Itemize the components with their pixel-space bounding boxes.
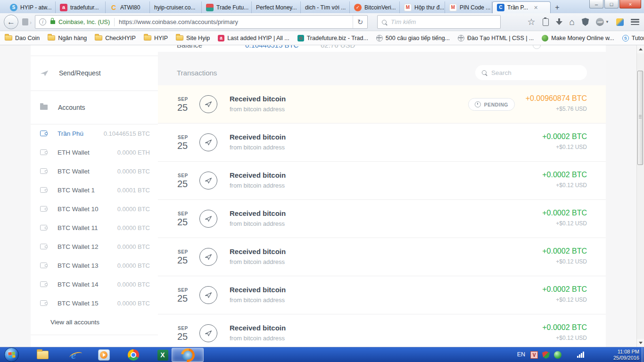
signal-bars-icon[interactable]: [577, 351, 585, 358]
back-button[interactable]: ←: [4, 15, 18, 29]
maximize-button[interactable]: □: [604, 0, 619, 8]
balance-usd: 62.76 USD: [321, 45, 355, 49]
tab-pin-code[interactable]: M PIN Code ...: [445, 1, 492, 13]
taskbar-ie-button[interactable]: e: [66, 349, 81, 361]
transaction-usd-amount: +$0.12 USD: [542, 296, 587, 303]
scrollbar-thumb[interactable]: [637, 71, 643, 165]
folder-icon: [144, 35, 151, 41]
bookmarks-bar: Dao Coin Ngân hàng CheckHYIP HYIP Site H…: [0, 31, 644, 45]
transaction-row[interactable]: SEP 25 Received bitcoin from bitcoin add…: [158, 238, 606, 276]
tab-bitcoinverify[interactable]: ✓ BitcoinVeri...: [350, 1, 400, 13]
idm-globe-icon[interactable]: [554, 351, 561, 359]
tab-label: hyip-cruiser.co...: [154, 4, 195, 11]
gmail-icon: M: [449, 4, 457, 11]
tab-dich[interactable]: dich - Tìm với ...: [301, 1, 350, 13]
wallet-icon: [40, 168, 47, 174]
bookmark-last-added-hyip[interactable]: a Last added HYIP | All ...: [218, 35, 289, 41]
tab-close-icon[interactable]: ✕: [534, 5, 538, 11]
account-item-btc-wallet-15[interactable]: BTC Wallet 15 0.0000 BTC: [31, 294, 158, 313]
account-item-btc-wallet-11[interactable]: BTC Wallet 11 0.0000 BTC: [31, 218, 158, 237]
taskbar-firefox-button-active[interactable]: [172, 348, 204, 362]
transaction-row[interactable]: SEP 25 Received bitcoin from bitcoin add…: [158, 200, 606, 238]
reload-icon[interactable]: ↻: [353, 16, 367, 28]
bookmark-folder-hyip[interactable]: HYIP: [144, 35, 168, 41]
tab-hyip[interactable]: S HYIP - atw...: [6, 1, 56, 13]
minimize-button[interactable]: –: [589, 0, 603, 8]
bookmark-folder-checkhyip[interactable]: CheckHYIP: [95, 35, 136, 41]
adblock-button[interactable]: ABP ▼: [596, 18, 609, 26]
language-indicator[interactable]: EN: [517, 351, 525, 358]
account-item-eth-wallet[interactable]: ETH Wallet 0.0000 ETH: [31, 143, 158, 162]
downloads-icon[interactable]: [556, 18, 562, 26]
bookmark-tutorial[interactable]: S Tutorial - Con đường ...: [622, 35, 644, 41]
chrome-icon: [128, 349, 139, 361]
taskbar-explorer-button[interactable]: [35, 349, 50, 361]
new-tab-button[interactable]: +: [551, 1, 564, 13]
transaction-row[interactable]: SEP 25 Received bitcoin from bitcoin add…: [158, 85, 606, 123]
account-item-btc-wallet[interactable]: BTC Wallet 0.0000 BTC: [31, 162, 158, 181]
bookmark-star-icon[interactable]: ☆: [528, 17, 536, 26]
clipboard-icon[interactable]: [543, 18, 549, 26]
chevron-icon: ›: [30, 19, 32, 26]
clock-time: 11:08 PM: [613, 349, 639, 355]
addon-icon[interactable]: [616, 18, 624, 26]
taskbar-chrome-button[interactable]: [126, 349, 140, 361]
home-icon[interactable]: ⌂: [570, 17, 575, 26]
bookmark-make-money[interactable]: Make Money Online w...: [542, 35, 614, 41]
sidebar-item-accounts[interactable]: Accounts: [31, 90, 158, 124]
s-logo-icon: S: [622, 35, 629, 41]
view-all-accounts-link[interactable]: View all accounts: [31, 313, 158, 331]
taskbar-excel-button[interactable]: X: [156, 349, 170, 361]
antivirus-shield-icon[interactable]: [542, 351, 550, 359]
folder-icon: [5, 35, 12, 41]
account-item-btc-wallet-13[interactable]: BTC Wallet 13 0.0000 BTC: [31, 256, 158, 275]
chevron-down-icon: ▼: [605, 20, 609, 24]
bookmark-folder-ngan-hang[interactable]: Ngân hàng: [48, 35, 87, 41]
url-bar[interactable]: i Coinbase, Inc. (US) https://www.coinba…: [35, 15, 368, 29]
transactions-search-box[interactable]: [475, 65, 587, 80]
account-item-btc-wallet-1[interactable]: BTC Wallet 1 0.0001 BTC: [31, 181, 158, 199]
sidebar-item-send-request[interactable]: Send/Request: [31, 56, 158, 90]
page-scrollbar[interactable]: [636, 45, 644, 347]
scroll-down-button[interactable]: [637, 339, 644, 347]
help-icon[interactable]: [533, 45, 541, 49]
taskbar-clock[interactable]: 11:08 PM 25/09/2016: [613, 349, 639, 361]
start-button[interactable]: [4, 347, 19, 362]
tab-trade-futures[interactable]: Trade Futu...: [202, 1, 252, 13]
taskbar-wmp-button[interactable]: [97, 349, 111, 361]
bookmark-dao-tao-html[interactable]: Đào Tạo HTML | CSS | ...: [458, 35, 534, 41]
close-button[interactable]: ×: [619, 0, 641, 8]
vietkey-icon[interactable]: V: [530, 351, 538, 359]
tab-hyip-cruiser[interactable]: hyip-cruiser.co...: [150, 1, 202, 13]
bookmark-folder-dao-coin[interactable]: Dao Coin: [5, 35, 40, 41]
tab-perfect-money[interactable]: Perfect Money...: [252, 1, 301, 13]
transaction-row[interactable]: SEP 25 Received bitcoin from bitcoin add…: [158, 123, 606, 162]
show-desktop-button[interactable]: [642, 347, 644, 362]
account-item-btc-wallet-14[interactable]: BTC Wallet 14 0.0000 BTC: [31, 275, 158, 294]
info-icon[interactable]: i: [39, 18, 46, 25]
menu-icon[interactable]: [631, 19, 639, 25]
transaction-row[interactable]: SEP 25 Received bitcoin from bitcoin add…: [158, 276, 606, 314]
transaction-row[interactable]: SEP 25 Received bitcoin from bitcoin add…: [158, 314, 606, 347]
tab-gmail-inbox[interactable]: M Hộp thư đ...: [400, 1, 445, 13]
account-item-btc-wallet-10[interactable]: BTC Wallet 10 0.0000 BTC: [31, 199, 158, 218]
transaction-row[interactable]: SEP 25 Received bitcoin from bitcoin add…: [158, 162, 606, 200]
tab-tradefuture[interactable]: a tradefutur...: [56, 1, 106, 13]
browser-search-input[interactable]: [390, 18, 496, 26]
tab-coinbase-active[interactable]: C Trần P... ✕: [492, 1, 551, 13]
bookmark-folder-site-hyip[interactable]: Site Hyip: [176, 35, 210, 41]
shield-icon[interactable]: [582, 18, 589, 26]
bookmark-tradefuture[interactable]: Tradefuture.biz - Trad...: [297, 35, 368, 41]
bookmark-500-cau[interactable]: 500 câu giao tiếp tiếng...: [376, 35, 450, 41]
transaction-usd-amount: +$0.12 USD: [542, 258, 587, 265]
account-item-tran-phu[interactable]: Trần Phú 0.10446515 BTC: [31, 124, 158, 143]
transactions-search-input[interactable]: [490, 69, 580, 77]
site-identity[interactable]: Coinbase, Inc. (US): [58, 19, 110, 25]
tab-label: tradefutur...: [70, 4, 99, 11]
scroll-up-button[interactable]: [637, 45, 644, 53]
account-item-btc-wallet-12[interactable]: BTC Wallet 12 0.0000 BTC: [31, 237, 158, 256]
globe-icon: [376, 35, 383, 41]
tab-atwi80[interactable]: C ATWI80: [106, 1, 150, 13]
url-text[interactable]: https://www.coinbase.com/accounts/primar…: [119, 18, 353, 25]
browser-search-box[interactable]: [377, 15, 501, 29]
